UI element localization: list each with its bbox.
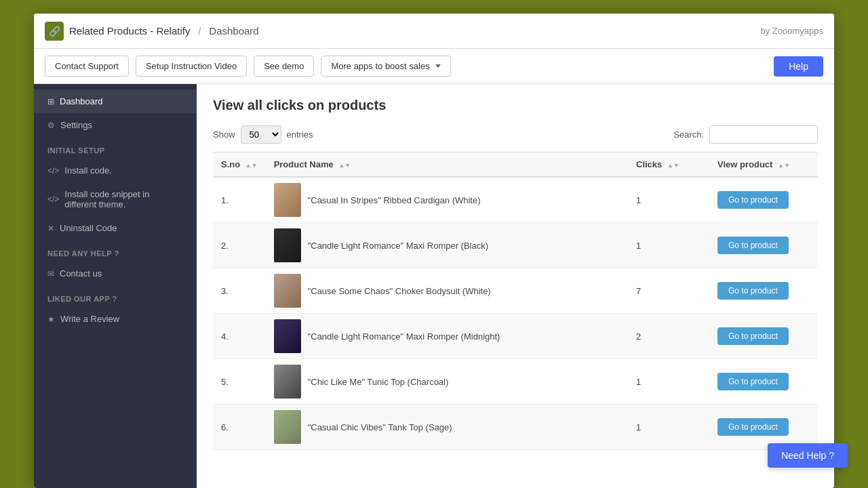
liked-app-label: LIKED OUR APP ? [34, 285, 197, 307]
cell-sno: 3. [213, 268, 266, 314]
cell-product: "Casual In Stripes" Ribbed Cardigan (Whi… [266, 177, 628, 223]
need-help-label: NEED ANY HELP ? [34, 240, 197, 262]
cell-view: Go to product [709, 359, 818, 405]
search-input[interactable] [709, 125, 818, 144]
sidebar-item-uninstall-code[interactable]: ✕ Uninstall Code [34, 216, 197, 240]
cell-clicks: 1 [628, 223, 709, 268]
go-to-product-button[interactable]: Go to product [717, 282, 789, 300]
email-icon: ✉ [47, 269, 54, 279]
cell-clicks: 7 [628, 268, 709, 314]
sidebar-item-dashboard[interactable]: ⊞ Dashboard [34, 89, 197, 113]
app-title: Related Products - Relatify [69, 25, 190, 37]
product-thumbnail [274, 183, 301, 217]
go-to-product-button[interactable]: Go to product [717, 418, 789, 436]
breadcrumb-current: Dashboard [209, 25, 258, 37]
product-name: "Candle Light Romance" Maxi Romper (Midn… [308, 331, 500, 342]
product-thumbnail [274, 410, 301, 444]
product-thumbnail [274, 274, 301, 308]
breadcrumb-separator: / [198, 26, 201, 37]
col-header-view: View product ▲▼ [709, 152, 818, 178]
cell-clicks: 1 [628, 177, 709, 223]
by-zooomyapps: by Zooomyapps [761, 26, 824, 36]
more-apps-button[interactable]: More apps to boost sales [321, 56, 450, 77]
entries-select[interactable]: 10 25 50 100 [241, 125, 281, 144]
table-row: 2. "Candle Light Romance" Maxi Romper (B… [213, 223, 818, 268]
go-to-product-button[interactable]: Go to product [717, 373, 789, 390]
product-name: "Casual Chic Vibes" Tank Top (Sage) [308, 422, 452, 432]
cell-clicks: 1 [628, 405, 709, 450]
go-to-product-button[interactable]: Go to product [717, 191, 789, 209]
go-to-product-button[interactable]: Go to product [717, 327, 789, 345]
product-thumbnail [274, 319, 301, 353]
star-icon: ★ [47, 314, 55, 324]
table-row: 4. "Candle Light Romance" Maxi Romper (M… [213, 314, 818, 359]
sort-arrows-clicks[interactable]: ▲▼ [667, 163, 679, 169]
code-snippet-icon: </> [47, 195, 59, 204]
table-row: 6. "Casual Chic Vibes" Tank Top (Sage) 1… [213, 405, 818, 450]
table-row: 3. "Cause Some Chaos" Choker Bodysuit (W… [213, 268, 818, 314]
dashboard-icon: ⊞ [47, 97, 54, 106]
data-table: S.no ▲▼ Product Name ▲▼ Clicks ▲▼ View [213, 152, 818, 450]
top-bar-left: 🔗 Related Products - Relatify / Dashboar… [45, 22, 259, 41]
cell-view: Go to product [709, 314, 818, 359]
show-entries: Show 10 25 50 100 entries [213, 125, 313, 144]
sort-arrows-sno[interactable]: ▲▼ [245, 163, 258, 169]
sort-arrows-view[interactable]: ▲▼ [778, 163, 790, 169]
initial-setup-label: INITIAL SETUP [34, 137, 197, 159]
top-bar: 🔗 Related Products - Relatify / Dashboar… [34, 14, 834, 49]
cell-product: "Candle Light Romance" Maxi Romper (Midn… [266, 314, 628, 359]
cell-view: Go to product [709, 268, 818, 314]
product-name: "Chic Like Me" Tunic Top (Charcoal) [308, 377, 449, 387]
table-row: 5. "Chic Like Me" Tunic Top (Charcoal) 1… [213, 359, 818, 405]
table-row: 1. "Casual In Stripes" Ribbed Cardigan (… [213, 177, 818, 223]
product-name: "Candle Light Romance" Maxi Romper (Blac… [308, 241, 488, 251]
cell-clicks: 1 [628, 359, 709, 405]
need-help-button[interactable]: Need Help ? [768, 443, 848, 468]
col-header-sno: S.no ▲▼ [213, 152, 266, 178]
cell-view: Go to product [709, 223, 818, 268]
cell-product: "Chic Like Me" Tunic Top (Charcoal) [266, 359, 628, 405]
cell-sno: 5. [213, 359, 266, 405]
product-name: "Cause Some Chaos" Choker Bodysuit (Whit… [308, 286, 491, 296]
cell-sno: 4. [213, 314, 266, 359]
contact-support-button[interactable]: Contact Support [45, 56, 129, 77]
chevron-down-icon [435, 64, 441, 68]
cell-product: "Candle Light Romance" Maxi Romper (Blac… [266, 223, 628, 268]
sidebar-item-install-code[interactable]: </> Install code. [34, 159, 197, 182]
table-controls: Show 10 25 50 100 entries Search: [213, 125, 818, 144]
setup-video-button[interactable]: Setup Instruction Video [136, 56, 247, 77]
sidebar-item-write-review[interactable]: ★ Write a Review [34, 307, 197, 331]
sidebar: ⊞ Dashboard ⚙ Settings INITIAL SETUP </>… [34, 84, 197, 488]
help-button[interactable]: Help [774, 56, 823, 77]
see-demo-button[interactable]: See demo [254, 56, 314, 77]
sidebar-item-install-snippet[interactable]: </> Install code snippet in different th… [34, 182, 197, 216]
sidebar-item-contact-us[interactable]: ✉ Contact us [34, 262, 197, 285]
code-icon: </> [47, 166, 59, 176]
page-title: View all clicks on products [213, 98, 818, 113]
content-area: View all clicks on products Show 10 25 5… [197, 84, 834, 488]
gear-icon: ⚙ [47, 121, 55, 130]
toolbar: Contact Support Setup Instruction Video … [34, 49, 834, 84]
sidebar-item-settings[interactable]: ⚙ Settings [34, 113, 197, 137]
x-icon: ✕ [47, 224, 54, 233]
product-thumbnail [274, 365, 301, 399]
cell-product: "Cause Some Chaos" Choker Bodysuit (Whit… [266, 268, 628, 314]
cell-sno: 1. [213, 177, 266, 223]
go-to-product-button[interactable]: Go to product [717, 237, 789, 254]
cell-clicks: 2 [628, 314, 709, 359]
main-layout: ⊞ Dashboard ⚙ Settings INITIAL SETUP </>… [34, 84, 834, 488]
cell-sno: 2. [213, 223, 266, 268]
cell-sno: 6. [213, 405, 266, 450]
col-header-clicks: Clicks ▲▼ [628, 152, 709, 178]
product-thumbnail [274, 228, 301, 262]
app-logo: 🔗 [45, 22, 64, 41]
product-name: "Casual In Stripes" Ribbed Cardigan (Whi… [308, 195, 481, 205]
cell-product: "Casual Chic Vibes" Tank Top (Sage) [266, 405, 628, 450]
col-header-product: Product Name ▲▼ [266, 152, 628, 178]
cell-view: Go to product [709, 177, 818, 223]
sort-arrows-product[interactable]: ▲▼ [338, 163, 351, 169]
search-area: Search: [673, 125, 818, 144]
